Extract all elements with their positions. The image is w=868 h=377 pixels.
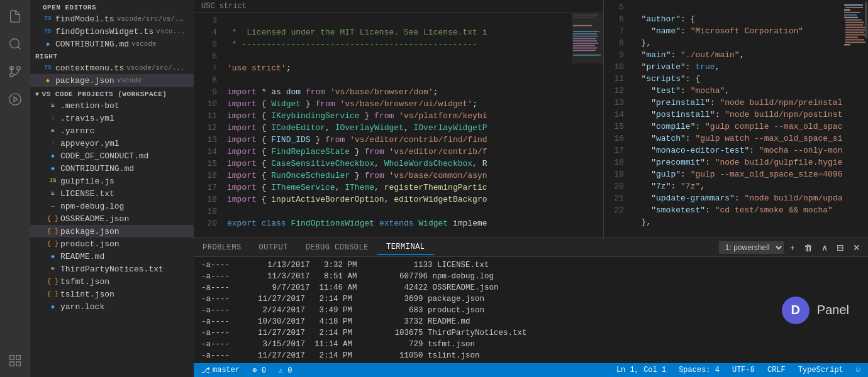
file-findModel[interactable]: TS findModel.ts vscode/src/vs/... <box>30 13 194 25</box>
status-language[interactable]: TypeScript <box>796 366 846 374</box>
source-control-icon[interactable] <box>4 60 26 83</box>
svg-point-3 <box>17 67 21 70</box>
ts-icon2: TS <box>43 26 53 36</box>
file-code-conduct[interactable]: ◆ CODE_OF_CONDUCT.md <box>30 150 194 162</box>
wf-name17: yarn.lock <box>60 302 104 312</box>
svg-rect-19 <box>573 38 596 39</box>
svg-rect-39 <box>845 34 867 35</box>
files-icon[interactable] <box>4 5 26 28</box>
terminal-line: -a---- 11/27/2017 2:14 PM 103675 ThirdPa… <box>201 327 762 339</box>
terminal-content[interactable]: -a---- 1/13/2017 3:32 PM 1133 LICENSE.tx… <box>194 257 769 363</box>
json-content[interactable]: "author": { "name": "Microsoft Corporati… <box>629 1 843 238</box>
file-yarnrc[interactable]: ≡ .yarnrc <box>30 124 194 137</box>
terminal-delete-button[interactable]: 🗑 <box>801 241 815 254</box>
svg-rect-15 <box>573 25 592 26</box>
svg-rect-16 <box>573 31 599 32</box>
eq-icon2: ≡ <box>48 126 58 136</box>
file-path2: vsco... <box>156 28 185 35</box>
open-editors-label: OPEN EDITORS <box>43 4 96 11</box>
eq-icon: ≡ <box>48 101 58 111</box>
json-code-body: 56789 1011121314 1516171819 202122 "auth… <box>604 0 868 238</box>
file-tslint[interactable]: { } tslint.json <box>30 288 194 300</box>
file-mention-bot[interactable]: ≡ .mention-bot <box>30 99 194 112</box>
wf-name8: LICENSE.txt <box>60 189 114 199</box>
file-ossreadme[interactable]: { } OSSREADME.json <box>30 212 194 225</box>
editor-split: USC strict 34567 89101112 1314151617 181… <box>194 0 868 238</box>
ts-icon3: TS <box>43 63 53 73</box>
debug-icon[interactable] <box>4 88 26 111</box>
svg-rect-41 <box>845 39 864 40</box>
file-gulpfile[interactable]: JS gulpfile.js <box>30 175 194 187</box>
status-spaces[interactable]: Spaces: 4 <box>676 366 722 374</box>
json-panel: 56789 1011121314 1516171819 202122 "auth… <box>604 0 868 238</box>
file-yarn-lock[interactable]: ◆ yarn.lock <box>30 300 194 313</box>
code-content[interactable]: * Licensed under the MIT License. See Li… <box>222 13 572 238</box>
terminal-close-button[interactable]: ✕ <box>850 241 863 254</box>
file-findOptionsWidget[interactable]: TS findOptionsWidget.ts vsco... <box>30 25 194 38</box>
terminal-up-button[interactable]: ∧ <box>819 241 830 254</box>
wf-name2: .travis.yml <box>60 114 114 123</box>
json-icon4: { } <box>48 239 58 249</box>
terminal-instance-select[interactable]: 1: powershell <box>719 241 784 254</box>
file-npm-debug[interactable]: — npm-debug.log <box>30 200 194 212</box>
file-appveyor[interactable]: ! appveyor.yml <box>30 137 194 150</box>
status-bar: ⎇ master ⊗ 0 ⚠ 0 Ln 1, Col 1 Spaces: 4 U… <box>194 363 868 377</box>
svg-rect-21 <box>573 43 598 44</box>
svg-rect-24 <box>573 50 596 51</box>
svg-rect-33 <box>845 19 862 21</box>
code-panel: USC strict 34567 89101112 1314151617 181… <box>194 0 604 238</box>
terminal-split-button[interactable]: ⊟ <box>834 241 847 254</box>
file-contextmenu[interactable]: TS contextmenu.ts vscode/src/... <box>30 62 194 74</box>
tab-terminal[interactable]: TERMINAL <box>377 240 434 255</box>
file-package-json2[interactable]: { } package.json <box>30 225 194 238</box>
activity-bar <box>0 0 30 377</box>
extensions-icon[interactable] <box>4 349 26 372</box>
svg-rect-42 <box>845 41 865 43</box>
json-line-numbers: 56789 1011121314 1516171819 202122 <box>604 1 629 238</box>
svg-rect-10 <box>16 362 20 366</box>
svg-rect-27 <box>844 4 863 6</box>
wf-name6: CONTRIBUTING.md <box>60 164 134 173</box>
workspace-arrow: ▼ <box>35 91 40 98</box>
json-icon3: { } <box>48 226 58 236</box>
status-feedback[interactable]: ☺ <box>854 366 863 374</box>
file-license[interactable]: ≡ LICENSE.txt <box>30 187 194 200</box>
file-thirdparty[interactable]: ≡ ThirdPartyNotices.txt <box>30 263 194 275</box>
svg-rect-28 <box>845 7 863 8</box>
status-warnings[interactable]: ⚠ 0 <box>276 366 295 375</box>
terminal-add-button[interactable]: + <box>787 241 798 254</box>
terminal-line: -a---- 11/27/2017 2:14 PM 11050 tslint.j… <box>201 350 762 361</box>
file-contributing[interactable]: ◆ CONTRIBUTING.md vscode <box>30 38 194 50</box>
svg-rect-37 <box>845 30 867 31</box>
js-icon: JS <box>48 176 58 186</box>
breadcrumb: USC strict <box>194 0 603 13</box>
wf-name10: OSSREADME.json <box>60 214 129 224</box>
svg-rect-32 <box>844 17 858 18</box>
tab-problems[interactable]: PROBLEMS <box>194 241 250 254</box>
file-travis[interactable]: ! .travis.yml <box>30 112 194 124</box>
file-contributing2[interactable]: ◆ CONTRIBUTING.md <box>30 162 194 175</box>
file-package-json[interactable]: ◆ package.json vscode <box>30 74 194 87</box>
terminal-controls: 1: powershell + 🗑 ∧ ⊟ ✕ <box>719 241 868 254</box>
workspace-section[interactable]: ▼ VS CODE PROJECTS (WORKSPACE) <box>30 87 194 99</box>
status-errors[interactable]: ⊗ 0 <box>250 366 269 375</box>
status-location[interactable]: Ln 1, Col 1 <box>614 366 669 374</box>
status-encoding[interactable]: UTF-8 <box>730 366 757 374</box>
file-name4: contextmenu.ts <box>55 63 124 73</box>
svg-point-6 <box>9 94 21 105</box>
search-icon[interactable] <box>4 33 26 55</box>
file-product-json[interactable]: { } product.json <box>30 238 194 250</box>
file-tsfmt[interactable]: { } tsfmt.json <box>30 275 194 288</box>
svg-rect-40 <box>845 36 858 38</box>
svg-rect-25 <box>573 55 601 56</box>
json-icon2: { } <box>48 214 58 224</box>
ex-icon2: ! <box>48 138 58 148</box>
tab-debug-console[interactable]: DEBUG CONSOLE <box>297 241 377 254</box>
status-line-ending[interactable]: CRLF <box>765 366 788 374</box>
file-readme[interactable]: ◆ README.md <box>30 250 194 263</box>
svg-rect-20 <box>573 40 597 41</box>
svg-line-1 <box>18 46 20 49</box>
status-branch[interactable]: ⎇ master <box>199 366 242 375</box>
open-editors-header[interactable]: OPEN EDITORS <box>30 0 194 13</box>
tab-output[interactable]: OUTPUT <box>250 241 297 254</box>
